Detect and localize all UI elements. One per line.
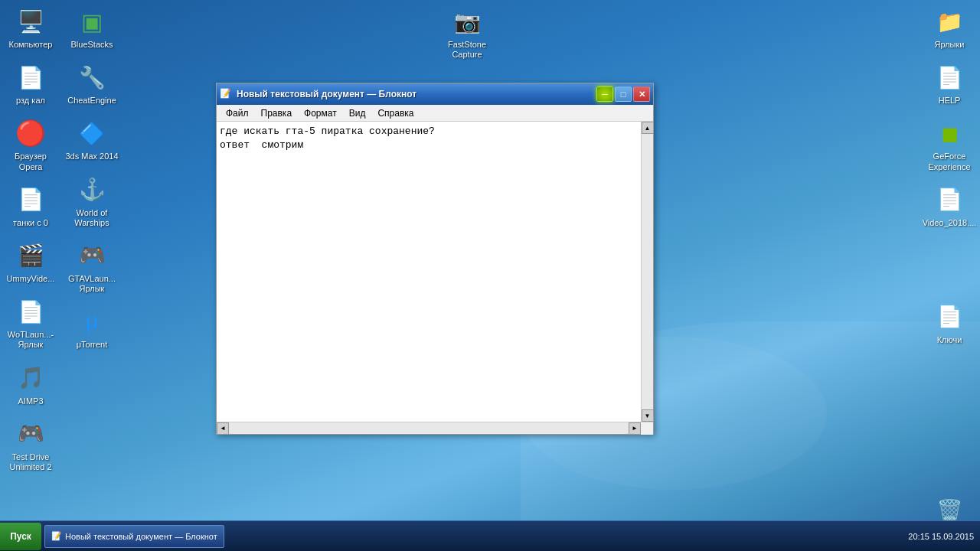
taskbar-clock: 20:15 15.09.2015: [902, 532, 980, 541]
opera-label: Браузер Opera: [3, 152, 58, 171]
rzd-icon: 📄: [15, 62, 46, 93]
kompyuter-icon: 🖥️: [15, 6, 46, 37]
help-label: HELP: [939, 96, 961, 106]
klyuchi-label: Ключи: [937, 335, 962, 345]
geforce-icon: ◼: [934, 118, 965, 148]
desktop-icon-utorrent[interactable]: μ μTorrent: [61, 300, 122, 356]
start-button[interactable]: Пуск: [0, 523, 41, 550]
notepad-title: Новый текстовый документ — Блокнот: [237, 89, 596, 99]
desktop-icon-video[interactable]: 📄 Video_2018....: [919, 178, 980, 234]
horizontal-scrollbar[interactable]: ◄ ►: [217, 422, 653, 434]
gtav-label: GTAVLaun... Ярлык: [64, 274, 119, 294]
desktop: 🖥️ Компьютер 📄 рзд кал 🔴 Браузер Opera 📄…: [0, 0, 980, 520]
aimp-icon: 🎵: [15, 363, 46, 393]
warships-label: World of Warships: [64, 208, 119, 228]
menu-format[interactable]: Формат: [298, 106, 343, 120]
desktop-icon-wot[interactable]: 📄 WoTLaun...- Ярлык: [0, 290, 61, 356]
desktop-icon-faststone[interactable]: 📷 FastStone Capture: [436, 0, 498, 66]
warships-icon: ⚓: [77, 174, 107, 205]
desktop-icon-aimp[interactable]: 🎵 AIMP3: [0, 357, 61, 412]
testdrive-label: Test Drive Unlimited 2: [3, 452, 58, 472]
taskbar-notepad-item[interactable]: 📝 Новый текстовый документ — Блокнот: [44, 525, 224, 548]
yarlyky-icon: 📁: [934, 6, 965, 37]
video-icon: 📄: [934, 184, 965, 215]
ummy-icon: 🎬: [15, 240, 46, 271]
notepad-textarea[interactable]: где искать гта-5 пиратка сохранение? отв…: [217, 122, 641, 422]
window-controls: ─ □ ✕: [596, 86, 650, 102]
desktop-icon-ummy[interactable]: 🎬 UmmyVide...: [0, 234, 61, 290]
desktop-icon-opera[interactable]: 🔴 Браузер Opera: [0, 112, 61, 178]
wot-label: WoTLaun...- Ярлык: [3, 330, 58, 350]
close-button[interactable]: ✕: [633, 86, 650, 102]
testdrive-icon: 🎮: [15, 419, 46, 449]
notepad-titlebar[interactable]: 📝 Новый текстовый документ — Блокнот ─ □…: [217, 83, 653, 105]
desktop-icon-3dsmax[interactable]: 🔷 3ds Max 2014: [61, 112, 122, 168]
desktop-icon-yarlyky[interactable]: 📁 Ярлыки: [919, 0, 980, 56]
cheatengine-icon: 🔧: [77, 62, 107, 93]
wot-icon: 📄: [15, 296, 46, 327]
ummy-label: UmmyVide...: [7, 274, 55, 284]
opera-icon: 🔴: [15, 118, 46, 148]
gtav-icon: 🎮: [77, 240, 107, 271]
scrollbar-corner: [641, 422, 653, 435]
geforce-label: GeForce Experience: [922, 152, 977, 171]
scroll-track-v[interactable]: [642, 134, 653, 409]
utorrent-icon: μ: [77, 306, 107, 337]
rzd-label: рзд кал: [16, 96, 45, 106]
3dsmax-icon: 🔷: [77, 118, 107, 148]
menu-help[interactable]: Справка: [371, 106, 420, 120]
desktop-icon-rzd[interactable]: 📄 рзд кал: [0, 56, 61, 112]
bluestacks-label: BlueStacks: [70, 40, 113, 50]
taskbar-items: 📝 Новый текстовый документ — Блокнот: [44, 525, 902, 548]
faststone-label: FastStone Capture: [439, 40, 495, 60]
desktop-icon-gtav[interactable]: 🎮 GTAVLaun... Ярлык: [61, 234, 122, 300]
notepad-app-icon: 📝: [220, 88, 232, 100]
help-icon: 📄: [934, 62, 965, 93]
kompyuter-label: Компьютер: [9, 40, 53, 50]
3dsmax-label: 3ds Max 2014: [65, 152, 118, 161]
notepad-menubar: Файл Правка Формат Вид Справка: [217, 105, 653, 122]
desktop-icons-left: 🖥️ Компьютер 📄 рзд кал 🔴 Браузер Opera 📄…: [0, 0, 122, 520]
desktop-icon-testdrive[interactable]: 🎮 Test Drive Unlimited 2: [0, 412, 61, 478]
yarlyky-label: Ярлыки: [935, 40, 965, 50]
desktop-icon-klyuchi[interactable]: 📄 Ключи: [919, 295, 980, 351]
menu-file[interactable]: Файл: [220, 106, 255, 120]
video-label: Video_2018....: [923, 218, 977, 228]
bluestacks-icon: ▣: [77, 6, 107, 37]
minimize-button[interactable]: ─: [596, 86, 613, 102]
desktop-icon-kompyuter[interactable]: 🖥️ Компьютер: [0, 0, 61, 56]
desktop-icons-right: 📁 Ярлыки 📄 HELP ◼ GeForce Experience 📄 V…: [919, 0, 980, 545]
taskbar: Пуск 📝 Новый текстовый документ — Блокно…: [0, 520, 980, 551]
desktop-icon-geforce[interactable]: ◼ GeForce Experience: [919, 112, 980, 178]
aimp-label: AIMP3: [18, 396, 43, 406]
scroll-track-h[interactable]: [229, 422, 629, 434]
scroll-up-button[interactable]: ▲: [642, 122, 654, 134]
maximize-button[interactable]: □: [615, 86, 632, 102]
notepad-window: 📝 Новый текстовый документ — Блокнот ─ □…: [216, 83, 654, 435]
desktop-icon-warships[interactable]: ⚓ World of Warships: [61, 168, 122, 234]
faststone-icon: 📷: [452, 6, 482, 37]
tanki-label: танки с 0: [13, 218, 48, 228]
menu-edit[interactable]: Правка: [255, 106, 299, 120]
cheatengine-label: CheatEngine: [67, 96, 116, 106]
notepad-body: где искать гта-5 пиратка сохранение? отв…: [217, 122, 653, 422]
vertical-scrollbar[interactable]: ▲ ▼: [641, 122, 653, 422]
desktop-icon-help[interactable]: 📄 HELP: [919, 56, 980, 112]
desktop-icon-bluestacks[interactable]: ▣ BlueStacks: [61, 0, 122, 56]
tanki-icon: 📄: [15, 184, 46, 215]
desktop-icon-cheatengine[interactable]: 🔧 CheatEngine: [61, 56, 122, 112]
menu-view[interactable]: Вид: [343, 106, 372, 120]
scroll-left-button[interactable]: ◄: [217, 422, 229, 435]
desktop-icon-tanki[interactable]: 📄 танки с 0: [0, 178, 61, 234]
scroll-right-button[interactable]: ►: [629, 422, 641, 435]
klyuchi-icon: 📄: [934, 302, 965, 332]
utorrent-label: μTorrent: [77, 340, 108, 350]
scroll-down-button[interactable]: ▼: [642, 409, 654, 422]
